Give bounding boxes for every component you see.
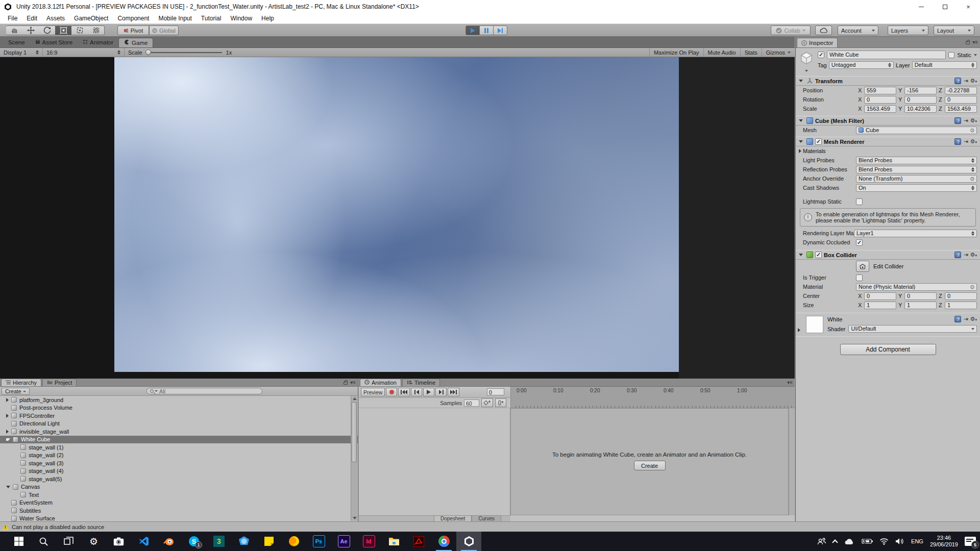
status-bar[interactable]: Can not play a disabled audio source	[0, 521, 980, 532]
add-component-button[interactable]: Add Component	[840, 344, 936, 355]
materials-foldout[interactable]	[799, 149, 801, 153]
taskbar-3ds-max-button[interactable]: 3	[206, 532, 231, 551]
battery-icon[interactable]	[862, 538, 873, 544]
box-collider-header[interactable]: ✓ Box Collider ?⇥⚙▾	[796, 250, 980, 260]
help-icon[interactable]: ?	[954, 316, 961, 322]
timeline-ruler[interactable]: 0:000:100:200:300:400:501:00	[510, 387, 795, 408]
gear-icon[interactable]: ⚙▾	[970, 138, 977, 145]
rendering-layer-mask-dropdown[interactable]: Layer1	[854, 230, 977, 237]
hierarchy-item-canvas[interactable]: Canvas	[0, 483, 358, 491]
taskbar-settings-button[interactable]: ⚙	[81, 532, 106, 551]
hierarchy-item-fpscontroller[interactable]: FPSController	[0, 412, 358, 420]
gear-icon[interactable]: ⚙▾	[970, 117, 977, 124]
panel-menu-icon[interactable]: ▾≡	[972, 39, 978, 45]
hierarchy-item-text[interactable]: Text	[0, 491, 358, 499]
scale-z-field[interactable]: 1563.459	[945, 105, 977, 113]
tab-animator[interactable]: Animator	[78, 38, 118, 47]
transform-header[interactable]: Transform ?⇥⚙▾	[796, 76, 980, 86]
tab-timeline[interactable]: Timeline	[402, 379, 440, 386]
preset-icon[interactable]: ⇥	[963, 117, 968, 124]
hierarchy-item-directional-light[interactable]: Directional Light	[0, 420, 358, 428]
menu-tutorial[interactable]: Tutorial	[197, 13, 226, 24]
add-event-button[interactable]	[495, 398, 506, 407]
hierarchy-item-stage-wall-2-[interactable]: stage_wall (2)	[0, 452, 358, 460]
edit-collider-button[interactable]	[856, 261, 869, 272]
hierarchy-item-white-cube[interactable]: White Cube	[0, 436, 358, 444]
foldout-arrow[interactable]	[799, 254, 803, 256]
transform-tool-button[interactable]	[88, 26, 105, 35]
gear-icon[interactable]: ⚙▾	[970, 316, 977, 322]
skip-start-button[interactable]	[398, 388, 410, 396]
mesh-renderer-header[interactable]: ✓ Mesh Renderer ?⇥⚙▾	[796, 137, 980, 146]
game-render-view[interactable]	[114, 57, 679, 372]
preview-button[interactable]: Preview	[361, 388, 385, 396]
taskbar-start-button[interactable]	[6, 532, 31, 551]
gear-icon[interactable]: ⚙▾	[970, 78, 977, 84]
samples-field[interactable]: 60	[464, 399, 479, 407]
people-icon[interactable]	[817, 537, 826, 545]
taskbar-blender-button[interactable]	[156, 532, 181, 551]
object-picker-icon[interactable]: ⊙	[970, 284, 974, 290]
hierarchy-item-post-process-volume[interactable]: Post-process Volume	[0, 404, 358, 412]
close-button[interactable]: ×	[957, 0, 980, 13]
tab-curves[interactable]: Curves	[472, 515, 501, 521]
step-forward-button[interactable]	[435, 388, 447, 396]
menu-window[interactable]: Window	[226, 13, 257, 24]
record-button[interactable]	[386, 388, 397, 396]
aspect-ratio-dropdown[interactable]: 16:9	[43, 48, 125, 57]
size-y-field[interactable]: 1	[904, 302, 937, 309]
help-icon[interactable]: ?	[954, 138, 961, 145]
hierarchy-item-stage-wall-4-[interactable]: stage_wall (4)	[0, 467, 358, 475]
gameobject-name-field[interactable]: White Cube	[827, 51, 946, 59]
lightmap-static-checkbox[interactable]	[856, 198, 863, 205]
menu-edit[interactable]: Edit	[22, 13, 42, 24]
pause-button[interactable]	[479, 26, 494, 35]
animation-scrollbar[interactable]	[789, 408, 795, 515]
hierarchy-item-invisible-stage-wall[interactable]: invisible_stage_wall	[0, 428, 358, 436]
tab-scene[interactable]: Scene	[3, 38, 30, 47]
static-dropdown[interactable]	[974, 54, 977, 56]
tab-hierarchy[interactable]: Hierarchy	[1, 379, 41, 386]
foldout-arrow[interactable]	[799, 119, 803, 122]
foldout-arrow[interactable]	[6, 430, 9, 434]
tab-animation[interactable]: Animation	[360, 379, 401, 386]
mesh-filter-header[interactable]: Cube (Mesh Filter) ?⇥⚙▾	[796, 116, 980, 126]
center-y-field[interactable]: 0	[904, 292, 937, 300]
position-z-field[interactable]: -0.22788	[945, 87, 977, 94]
scale-tool-button[interactable]	[55, 26, 72, 35]
hierarchy-item-subtitles[interactable]: Subtitles	[0, 507, 358, 515]
foldout-arrow[interactable]	[6, 398, 9, 402]
volume-icon[interactable]	[895, 538, 904, 545]
foldout-arrow[interactable]	[799, 80, 803, 82]
panel-menu-icon[interactable]: ▾≡	[787, 380, 793, 385]
hierarchy-item-water-surface[interactable]: Water Surface	[0, 515, 358, 522]
clock[interactable]: 23:4629/06/2019	[930, 535, 958, 548]
hierarchy-search-input[interactable]: All	[146, 388, 262, 394]
center-x-field[interactable]: 0	[864, 292, 896, 300]
foldout-arrow[interactable]	[6, 414, 9, 418]
anchor-override-field[interactable]: None (Transform)⊙	[856, 175, 977, 183]
animation-create-button[interactable]: Create	[634, 461, 666, 470]
mesh-renderer-enabled-checkbox[interactable]: ✓	[815, 138, 822, 145]
menu-help[interactable]: Help	[257, 13, 279, 24]
taskbar-after-effects-button[interactable]: Ae	[331, 532, 356, 551]
taskbar-search-button[interactable]	[31, 532, 56, 551]
position-y-field[interactable]: -156	[904, 87, 937, 94]
notification-icon[interactable]: 5	[965, 537, 976, 546]
preset-icon[interactable]: ⇥	[963, 138, 968, 145]
preset-icon[interactable]: ⇥	[963, 316, 968, 322]
material-preview-swatch[interactable]	[806, 316, 823, 333]
gameobject-enabled-checkbox[interactable]: ✓	[818, 52, 824, 58]
scale-slider[interactable]	[146, 52, 222, 53]
rotate-tool-button[interactable]	[39, 26, 56, 35]
foldout-arrow[interactable]	[799, 140, 803, 143]
shader-dropdown[interactable]: UI/Default	[848, 325, 977, 333]
create-button[interactable]: Create	[2, 388, 30, 395]
move-tool-button[interactable]	[22, 26, 39, 35]
box-collider-enabled-checkbox[interactable]: ✓	[815, 252, 822, 258]
preset-icon[interactable]: ⇥	[963, 252, 968, 258]
tab-game[interactable]: Game	[118, 38, 153, 47]
object-picker-icon[interactable]: ⊙	[970, 176, 974, 182]
foldout-arrow[interactable]	[6, 486, 10, 488]
physic-material-field[interactable]: None (Physic Material)⊙	[856, 283, 977, 291]
